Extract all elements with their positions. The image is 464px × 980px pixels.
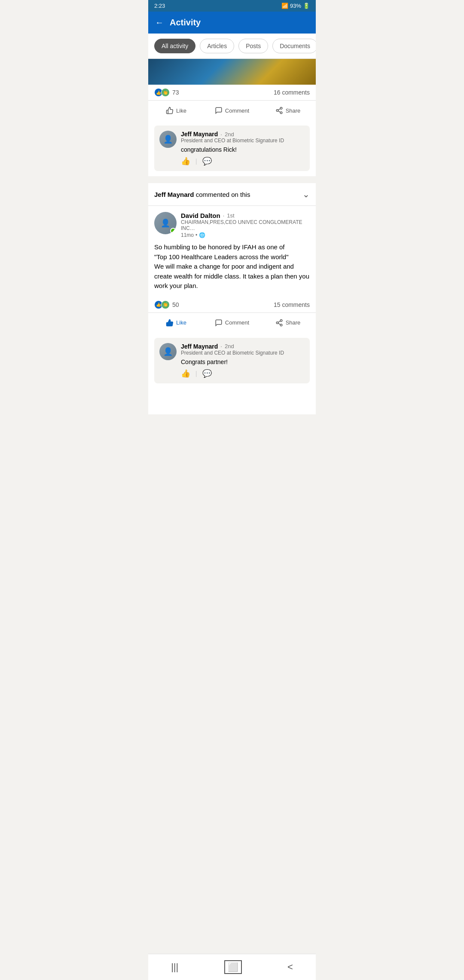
post-author-name: David Dalton · 1st — [181, 212, 310, 219]
second-comment-reply-icon[interactable]: 💬 — [202, 369, 212, 378]
comment-button[interactable]: Comment — [204, 102, 260, 119]
activity-user-name: Jeff Maynard — [154, 191, 194, 198]
comment-action-divider: | — [195, 158, 197, 165]
second-like-label: Like — [176, 319, 186, 326]
reaction-icons: 👍 👏 — [154, 88, 170, 97]
svg-line-4 — [278, 109, 280, 110]
like-button[interactable]: Like — [148, 102, 204, 119]
comment-icon — [215, 107, 223, 114]
section-divider — [148, 180, 316, 183]
second-comment-like-icon[interactable]: 👍 — [181, 369, 190, 378]
post-banner-image — [148, 59, 316, 85]
second-like-icon — [166, 319, 174, 327]
second-comment-subtitle: President and CEO at Biometric Signature… — [181, 350, 305, 356]
second-clap-icon: 👏 — [161, 300, 170, 309]
battery-icon: 🔋 — [303, 3, 310, 9]
time-dot: • — [195, 232, 197, 238]
second-comment-content: Jeff Maynard · 2nd President and CEO at … — [181, 343, 305, 378]
post-author-info: David Dalton · 1st CHAIRMAN,PRES,CEO UNI… — [181, 212, 310, 238]
svg-point-0 — [280, 107, 282, 110]
second-comment-avatar: 👤 — [159, 343, 177, 360]
second-comment-divider: | — [195, 370, 197, 377]
battery-display: 93% — [290, 3, 301, 9]
jeff-avatar-image: 👤 — [159, 131, 177, 148]
second-share-button[interactable]: Share — [260, 315, 316, 331]
svg-point-7 — [280, 324, 282, 326]
second-comment-connection-level: 2nd — [225, 343, 234, 349]
first-post-card: 👍 👏 73 16 comments Like Comment Share 👤 — [148, 59, 316, 176]
post-time-text: 11mo — [181, 232, 194, 238]
bottom-spacer — [148, 389, 316, 414]
first-comment-author: Jeff Maynard · 2nd — [181, 131, 305, 138]
svg-point-5 — [280, 319, 282, 322]
second-comments-count[interactable]: 15 comments — [274, 301, 310, 308]
status-bar: 2:23 📶 93% 🔋 — [148, 0, 316, 12]
back-button[interactable]: ← — [155, 18, 164, 28]
page-title: Activity — [170, 18, 201, 28]
svg-point-6 — [276, 322, 278, 324]
first-comment-avatar: 👤 — [159, 131, 177, 148]
reactions-row: 👍 👏 73 16 comments — [148, 85, 316, 100]
status-time: 2:23 — [154, 3, 165, 9]
second-reactions-row: 👍 👏 50 15 comments — [148, 297, 316, 312]
second-reaction-icons: 👍 👏 — [154, 300, 170, 309]
svg-line-3 — [278, 111, 280, 112]
second-comment-label: Comment — [225, 319, 249, 326]
first-comment-author-name: Jeff Maynard — [181, 131, 218, 138]
second-share-label: Share — [286, 319, 301, 326]
top-bar: ← Activity — [148, 12, 316, 34]
first-comment-text: congratulations Rick! — [181, 146, 305, 153]
like-label: Like — [176, 107, 186, 114]
share-label: Share — [286, 107, 301, 114]
first-comment-content: Jeff Maynard · 2nd President and CEO at … — [181, 131, 305, 166]
second-comment-box: 👤 Jeff Maynard · 2nd President and CEO a… — [154, 338, 310, 383]
visibility-icon: 🌐 — [199, 232, 205, 238]
second-reactions-left: 👍 👏 50 — [154, 300, 179, 309]
jeff2-avatar-image: 👤 — [159, 343, 177, 360]
online-indicator — [170, 228, 176, 234]
network-icon: 📶 — [281, 3, 288, 9]
first-comment-box: 👤 Jeff Maynard · 2nd President and CEO a… — [154, 126, 310, 171]
activity-action-text: commented on this — [196, 191, 250, 198]
svg-point-2 — [280, 112, 282, 114]
like-icon — [166, 107, 174, 114]
second-like-button[interactable]: Like — [148, 315, 204, 331]
tab-articles[interactable]: Articles — [200, 39, 234, 53]
svg-line-9 — [278, 321, 280, 322]
collapse-icon[interactable]: ⌄ — [302, 189, 310, 199]
post-author-connection: · — [223, 212, 225, 219]
share-icon — [275, 107, 283, 114]
share-button[interactable]: Share — [260, 102, 316, 119]
comment-label: Comment — [225, 107, 249, 114]
second-post-body: 👤 David Dalton · 1st CHAIRMAN,PRES,CEO U… — [148, 206, 316, 238]
tab-all-activity[interactable]: All activity — [154, 39, 195, 53]
first-comment-subtitle: President and CEO at Biometric Signature… — [181, 138, 305, 144]
second-share-icon — [275, 319, 283, 327]
post-author-row: 👤 David Dalton · 1st CHAIRMAN,PRES,CEO U… — [154, 212, 310, 238]
first-comment-connection: · — [220, 131, 222, 138]
svg-line-8 — [278, 323, 280, 325]
tab-posts[interactable]: Posts — [238, 39, 268, 53]
second-comment-author-name: Jeff Maynard — [181, 343, 218, 350]
reactions-left: 👍 👏 73 — [154, 88, 179, 97]
david-avatar: 👤 — [154, 212, 177, 234]
post-time: 11mo • 🌐 — [181, 232, 310, 238]
second-comment-actions: 👍 | 💬 — [181, 369, 305, 378]
second-comment-button[interactable]: Comment — [204, 315, 260, 331]
svg-point-1 — [276, 110, 278, 112]
second-reaction-count: 50 — [172, 301, 179, 308]
post-actions: Like Comment Share — [148, 100, 316, 120]
second-post-text: So humbling to be honored by IFAH as one… — [148, 242, 316, 297]
tab-documents[interactable]: Documents — [272, 39, 316, 53]
second-comment-icon — [215, 319, 223, 327]
first-comment-connection-level: 2nd — [225, 131, 234, 138]
second-comment-connection: · — [220, 343, 222, 349]
filter-tabs: All activity Articles Posts Documents — [148, 34, 316, 59]
comment-reply-icon[interactable]: 💬 — [202, 156, 212, 166]
comment-like-icon[interactable]: 👍 — [181, 156, 190, 166]
post-author-title: CHAIRMAN,PRES,CEO UNIVEC CONGLOMERATE IN… — [181, 219, 310, 231]
comments-count[interactable]: 16 comments — [274, 89, 310, 96]
first-comment-actions: 👍 | 💬 — [181, 156, 305, 166]
second-post-actions: Like Comment Share — [148, 312, 316, 333]
post-author-name-text: David Dalton — [181, 212, 220, 219]
